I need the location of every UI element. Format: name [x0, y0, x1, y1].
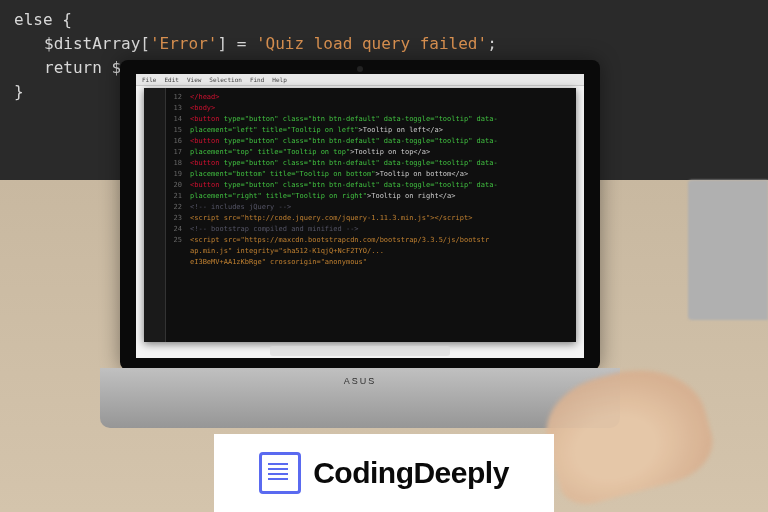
terminal-icon	[259, 452, 301, 494]
code-script: eI3BeMV+AA1zKbRge" crossorigin="anonymou…	[190, 258, 367, 266]
line-number: 22	[166, 202, 182, 213]
code-text: >Tooltip on bottom</a>	[375, 170, 468, 178]
code-attr: type="button" class="btn btn-default" da…	[224, 137, 498, 145]
code-tag: <button	[190, 137, 224, 145]
code-tag: <body>	[190, 104, 215, 112]
laptop-brand-label: ASUS	[344, 376, 377, 386]
laptop-bezel: File Edit View Selection Find Help 12 13…	[120, 60, 600, 370]
code-tag: </head>	[190, 93, 220, 101]
code-text: }	[14, 82, 24, 101]
code-attr: placement="left" title="Tooltip on left"	[190, 126, 359, 134]
laptop-screen: File Edit View Selection Find Help 12 13…	[136, 74, 584, 358]
code-area[interactable]: </head> <body> <button type="button" cla…	[186, 92, 576, 338]
code-script: <script src="https://maxcdn.bootstrapcdn…	[190, 236, 489, 244]
menu-item[interactable]: Selection	[209, 76, 242, 83]
menu-item[interactable]: File	[142, 76, 156, 83]
line-number: 19	[166, 169, 182, 180]
code-text: >Tooltip on right</a>	[367, 192, 456, 200]
code-attr: type="button" class="btn btn-default" da…	[224, 159, 498, 167]
menu-item[interactable]: View	[187, 76, 201, 83]
laptop: File Edit View Selection Find Help 12 13…	[120, 60, 640, 440]
line-number: 24	[166, 224, 182, 235]
watermark-banner: CodingDeeply	[214, 434, 554, 512]
code-editor[interactable]: 12 13 14 15 16 17 18 19 20 21 22 23 24 2…	[144, 88, 576, 342]
code-tag: <button	[190, 181, 224, 189]
code-string: 'Quiz load query failed'	[256, 34, 487, 53]
line-number: 13	[166, 103, 182, 114]
line-number: 21	[166, 191, 182, 202]
line-number: 20	[166, 180, 182, 191]
editor-sidebar	[144, 88, 166, 342]
code-attr: placement="bottom" title="Tooltip on bot…	[190, 170, 375, 178]
code-attr: type="button" class="btn btn-default" da…	[224, 115, 498, 123]
code-text: >Tooltip on top</a>	[350, 148, 430, 156]
code-string: 'Error'	[150, 34, 217, 53]
code-script: <script src="http://code.jquery.com/jque…	[190, 214, 472, 222]
code-text: ;	[487, 34, 497, 53]
code-script: ap.min.js" integrity="sha512-K1qjQ+NcF2T…	[190, 247, 384, 255]
code-tag: <button	[190, 115, 224, 123]
line-number: 15	[166, 125, 182, 136]
code-comment: <!-- bootstrap compiled and minified -->	[190, 225, 359, 233]
code-attr: placement="top" title="Tooltip on top"	[190, 148, 350, 156]
watermark-text: CodingDeeply	[313, 456, 509, 490]
line-number: 23	[166, 213, 182, 224]
code-text: >Tooltip on left</a>	[359, 126, 443, 134]
menu-item[interactable]: Help	[272, 76, 286, 83]
webcam-icon	[357, 66, 363, 72]
code-text: else {	[14, 10, 72, 29]
code-comment: <!-- includes jQuery -->	[190, 203, 291, 211]
menu-item[interactable]: Find	[250, 76, 264, 83]
line-number: 17	[166, 147, 182, 158]
secondary-laptop	[688, 180, 768, 320]
line-number-gutter: 12 13 14 15 16 17 18 19 20 21 22 23 24 2…	[166, 92, 186, 338]
line-number: 18	[166, 158, 182, 169]
macos-dock[interactable]	[270, 346, 450, 356]
line-number: 25	[166, 235, 182, 246]
line-number: 14	[166, 114, 182, 125]
editor-main: 12 13 14 15 16 17 18 19 20 21 22 23 24 2…	[166, 88, 576, 342]
macos-menubar: File Edit View Selection Find Help	[136, 74, 584, 86]
code-attr: type="button" class="btn btn-default" da…	[224, 181, 498, 189]
line-number: 16	[166, 136, 182, 147]
line-number: 12	[166, 92, 182, 103]
code-tag: <button	[190, 159, 224, 167]
laptop-keyboard-deck: ASUS	[100, 368, 620, 428]
code-text: $distArray[	[44, 34, 150, 53]
code-attr: placement="right" title="Tooltip on righ…	[190, 192, 367, 200]
code-text: ] =	[217, 34, 256, 53]
menu-item[interactable]: Edit	[164, 76, 178, 83]
